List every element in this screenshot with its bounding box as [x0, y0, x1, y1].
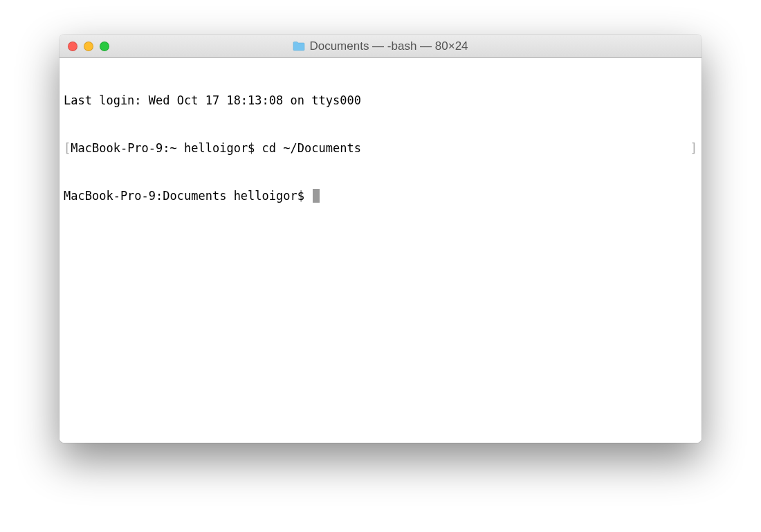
last-login-text: Last login: Wed Oct 17 18:13:08 on ttys0… — [64, 93, 361, 107]
close-button[interactable] — [68, 42, 77, 51]
terminal-body[interactable]: Last login: Wed Oct 17 18:13:08 on ttys0… — [59, 58, 702, 443]
window-title: Documents — -bash — 80×24 — [309, 39, 468, 53]
terminal-line: [MacBook-Pro-9:~ helloigor$ cd ~/Documen… — [64, 140, 697, 156]
bracket-close-icon: ] — [690, 140, 697, 156]
terminal-line: Last login: Wed Oct 17 18:13:08 on ttys0… — [64, 93, 697, 109]
traffic-lights — [68, 42, 109, 51]
bracket-open-icon: [ — [64, 141, 71, 155]
prompt-text: MacBook-Pro-9:Documents helloigor$ — [64, 189, 311, 203]
cursor-icon — [313, 189, 320, 203]
terminal-line: MacBook-Pro-9:Documents helloigor$ — [64, 188, 697, 204]
title-area: Documents — -bash — 80×24 — [59, 39, 702, 53]
folder-icon — [293, 41, 305, 51]
zoom-button[interactable] — [100, 42, 109, 51]
command-text: cd ~/Documents — [262, 141, 361, 155]
terminal-window: Documents — -bash — 80×24 Last login: We… — [59, 35, 702, 443]
window-titlebar[interactable]: Documents — -bash — 80×24 — [59, 35, 702, 58]
minimize-button[interactable] — [84, 42, 93, 51]
prompt-text: MacBook-Pro-9:~ helloigor$ — [71, 141, 262, 155]
